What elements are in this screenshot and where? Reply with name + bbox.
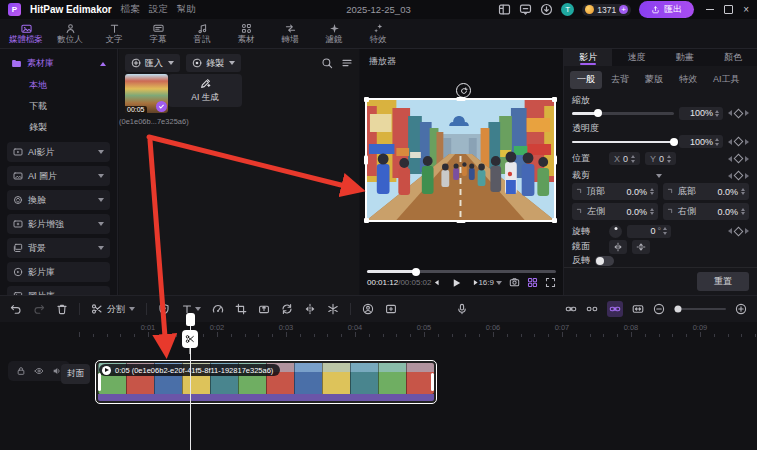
- reverse-toggle[interactable]: [595, 256, 614, 266]
- stepper[interactable]: [650, 188, 654, 196]
- prev-keyframe-icon[interactable]: [728, 110, 732, 116]
- sidebar-group-background[interactable]: 背景: [7, 238, 110, 258]
- import-button[interactable]: 匯入: [125, 54, 180, 72]
- prev-keyframe-icon[interactable]: [728, 228, 732, 234]
- ribbon-tab-text[interactable]: 文字: [92, 23, 136, 44]
- properties-subtab-remove-bg[interactable]: 去背: [604, 71, 636, 89]
- lock-track-icon[interactable]: [16, 366, 26, 376]
- crop-top-field[interactable]: 頂部0.0%: [572, 183, 658, 200]
- menu-file[interactable]: 檔案: [121, 3, 140, 16]
- grid-icon[interactable]: [527, 277, 538, 288]
- stepper[interactable]: [741, 188, 745, 196]
- sidebar-header-library[interactable]: 素材庫: [7, 55, 110, 72]
- avatar-tool-icon[interactable]: [362, 303, 374, 315]
- prev-frame-icon[interactable]: [432, 278, 441, 287]
- record-button[interactable]: 錄製: [186, 54, 241, 72]
- properties-subtab-general[interactable]: 一般: [570, 71, 602, 89]
- search-icon[interactable]: [321, 57, 333, 69]
- speed-icon[interactable]: [212, 303, 224, 315]
- keyframe-diamond-icon[interactable]: [734, 108, 744, 118]
- sidebar-item-local[interactable]: 本地: [7, 75, 110, 96]
- next-frame-icon[interactable]: [471, 278, 480, 287]
- mirror-icon[interactable]: [304, 303, 316, 315]
- sidebar-group-face-swap[interactable]: 換臉: [7, 190, 110, 210]
- stepper[interactable]: [715, 138, 719, 146]
- timeline[interactable]: 0:010:020:030:040:050:060:070:080:09 封面 …: [0, 322, 757, 450]
- zoom-out-icon[interactable]: [653, 303, 665, 315]
- flip-horizontal-button[interactable]: [609, 240, 627, 254]
- add-frame-icon[interactable]: [385, 303, 397, 315]
- fullscreen-icon[interactable]: [545, 277, 556, 288]
- sidebar-group-video-enhance[interactable]: 影片增強: [7, 214, 110, 234]
- crop-label[interactable]: 裁剪: [572, 169, 590, 182]
- next-keyframe-icon[interactable]: [745, 110, 749, 116]
- keyframe-diamond-icon[interactable]: [734, 154, 744, 164]
- stepper[interactable]: [663, 227, 667, 235]
- next-keyframe-icon[interactable]: [745, 228, 749, 234]
- sidebar-item-download[interactable]: 下載: [7, 96, 110, 117]
- download-icon[interactable]: [540, 3, 553, 16]
- media-thumbnail[interactable]: 00:05: [125, 74, 168, 113]
- rotate-dial[interactable]: [609, 225, 622, 238]
- export-button[interactable]: 匯出: [639, 1, 694, 18]
- opacity-slider[interactable]: [572, 141, 674, 144]
- trim-handle-left[interactable]: [98, 373, 101, 391]
- ribbon-tab-audio[interactable]: 音訊: [180, 23, 224, 44]
- unlink-clips-icon[interactable]: [586, 303, 598, 315]
- microphone-icon[interactable]: [456, 303, 468, 315]
- menu-help[interactable]: 幫助: [177, 3, 196, 16]
- crop-bottom-field[interactable]: 底部0.0%: [663, 183, 749, 200]
- split-button[interactable]: 分割: [91, 303, 135, 316]
- stepper[interactable]: [715, 110, 719, 118]
- auto-link-icon[interactable]: [607, 301, 623, 317]
- sidebar-group-ai-image[interactable]: AI 圖片: [7, 166, 110, 186]
- properties-tab-color[interactable]: 顏色: [709, 49, 757, 66]
- stepper[interactable]: [741, 208, 745, 216]
- sidebar-item-record[interactable]: 錄製: [7, 117, 110, 138]
- rotate-icon[interactable]: [281, 303, 293, 315]
- resize-handle[interactable]: [552, 218, 557, 223]
- video-frame[interactable]: [365, 98, 556, 222]
- playhead-marker[interactable]: [186, 313, 195, 326]
- minimize-button[interactable]: [706, 9, 714, 10]
- prev-keyframe-icon[interactable]: [728, 173, 732, 179]
- aspect-ratio-select[interactable]: 16:9: [478, 278, 502, 288]
- close-button[interactable]: ×: [743, 5, 749, 15]
- ai-generate-button[interactable]: AI 生成: [168, 74, 242, 107]
- stepper[interactable]: [650, 208, 654, 216]
- crop-right-field[interactable]: 右側0.0%: [663, 203, 749, 220]
- stepper[interactable]: [631, 155, 635, 163]
- resize-handle[interactable]: [456, 220, 465, 224]
- position-y-field[interactable]: Y0: [645, 152, 676, 165]
- properties-tab-video[interactable]: 影片: [564, 49, 612, 66]
- stepper[interactable]: [667, 155, 671, 163]
- resize-handle[interactable]: [364, 156, 368, 165]
- ribbon-tab-digital-human[interactable]: 數位人: [48, 23, 92, 44]
- rotate-value[interactable]: 0°: [627, 225, 671, 238]
- resize-handle[interactable]: [552, 97, 557, 102]
- undo-icon[interactable]: [10, 303, 22, 315]
- prev-keyframe-icon[interactable]: [728, 156, 732, 162]
- ribbon-tab-effects[interactable]: 特效: [356, 23, 400, 44]
- ribbon-tab-subtitles[interactable]: 字幕: [136, 23, 180, 44]
- hide-track-icon[interactable]: [34, 366, 44, 376]
- export-frame-icon[interactable]: [258, 303, 270, 315]
- play-icon[interactable]: [450, 277, 462, 289]
- menu-settings[interactable]: 設定: [149, 3, 168, 16]
- snapshot-icon[interactable]: [509, 277, 520, 288]
- properties-tab-speed[interactable]: 速度: [612, 49, 660, 66]
- sidebar-item-image-library[interactable]: 圖片庫: [7, 286, 110, 295]
- shield-icon[interactable]: [158, 303, 170, 315]
- list-view-icon[interactable]: [341, 57, 353, 69]
- rotate-handle-icon[interactable]: [456, 83, 471, 98]
- layout-icon[interactable]: [498, 3, 511, 16]
- redo-icon[interactable]: [33, 303, 45, 315]
- timeline-clip[interactable]: 0:05 (0e1e06b2-e20f-41f5-8f11-192817e325…: [95, 360, 437, 404]
- keyframe-diamond-icon[interactable]: [734, 171, 744, 181]
- resize-handle[interactable]: [364, 218, 369, 223]
- properties-subtab-effects[interactable]: 特效: [672, 71, 704, 89]
- scale-value[interactable]: 100%: [679, 107, 723, 120]
- crop-icon[interactable]: [235, 303, 247, 315]
- ribbon-tab-filters[interactable]: 濾鏡: [312, 23, 356, 44]
- resize-handle[interactable]: [456, 97, 465, 101]
